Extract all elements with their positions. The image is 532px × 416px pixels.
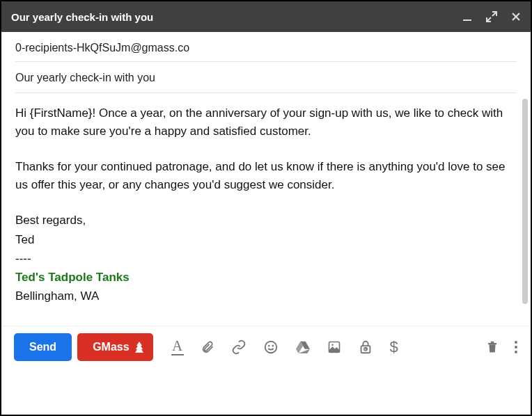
body-paragraph-1: Hi {FirstName}! Once a year, on the anni… — [15, 104, 517, 141]
svg-point-10 — [515, 351, 517, 353]
body-closing: Best regards, Ted ---- Ted's Tadpole Tan… — [15, 211, 517, 305]
gmass-tree-icon — [135, 342, 143, 353]
google-drive-icon[interactable] — [295, 340, 311, 354]
compose-titlebar: Our yearly check-in with you — [1, 1, 531, 32]
svg-point-2 — [268, 346, 269, 346]
email-body[interactable]: Hi {FirstName}! Once a year, on the anni… — [1, 93, 531, 326]
closing-regards: Best regards, — [15, 211, 517, 230]
more-options-icon[interactable] — [514, 340, 518, 354]
recipients-field[interactable]: 0-recipients-HkQfSuJm@gmass.co — [15, 33, 517, 62]
money-icon[interactable]: $ — [390, 338, 398, 356]
formatting-options-icon[interactable]: A — [171, 339, 184, 355]
titlebar-actions — [462, 11, 521, 22]
confidential-mode-icon[interactable] — [358, 339, 373, 355]
svg-point-3 — [272, 346, 273, 346]
body-paragraph-2: Thanks for your continued patronage, and… — [15, 158, 517, 195]
formatting-tools: A — [171, 338, 480, 356]
insert-photo-icon[interactable] — [327, 340, 341, 354]
signature-divider: ---- — [15, 249, 517, 268]
gmass-button[interactable]: GMass — [77, 333, 152, 361]
gmass-button-label: GMass — [93, 341, 129, 353]
body-scrollbar[interactable] — [522, 99, 528, 304]
insert-emoji-icon[interactable] — [263, 339, 279, 355]
compose-header-fields: 0-recipients-HkQfSuJm@gmass.co Our yearl… — [1, 32, 531, 93]
signature-company: Ted's Tadpole Tanks — [15, 268, 517, 287]
svg-point-5 — [331, 344, 334, 346]
insert-link-icon[interactable] — [231, 339, 247, 355]
svg-point-1 — [265, 342, 276, 353]
attach-file-icon[interactable] — [201, 339, 214, 355]
toolbar-right-actions — [486, 340, 518, 354]
send-button-label: Send — [29, 341, 56, 353]
discard-draft-icon[interactable] — [486, 340, 499, 354]
closing-name: Ted — [15, 230, 517, 249]
send-button[interactable]: Send — [14, 333, 72, 361]
svg-rect-0 — [463, 19, 471, 21]
minimize-icon[interactable] — [462, 12, 472, 22]
body-container: Hi {FirstName}! Once a year, on the anni… — [1, 93, 531, 326]
svg-point-8 — [515, 341, 517, 344]
compose-toolbar: Send GMass A — [1, 326, 531, 369]
window-title: Our yearly check-in with you — [11, 11, 462, 23]
close-icon[interactable] — [511, 12, 521, 22]
svg-point-9 — [515, 346, 517, 349]
subject-field[interactable]: Our yearly check-in with you — [15, 62, 517, 93]
signature-location: Bellingham, WA — [15, 287, 517, 305]
expand-icon[interactable] — [486, 11, 497, 22]
